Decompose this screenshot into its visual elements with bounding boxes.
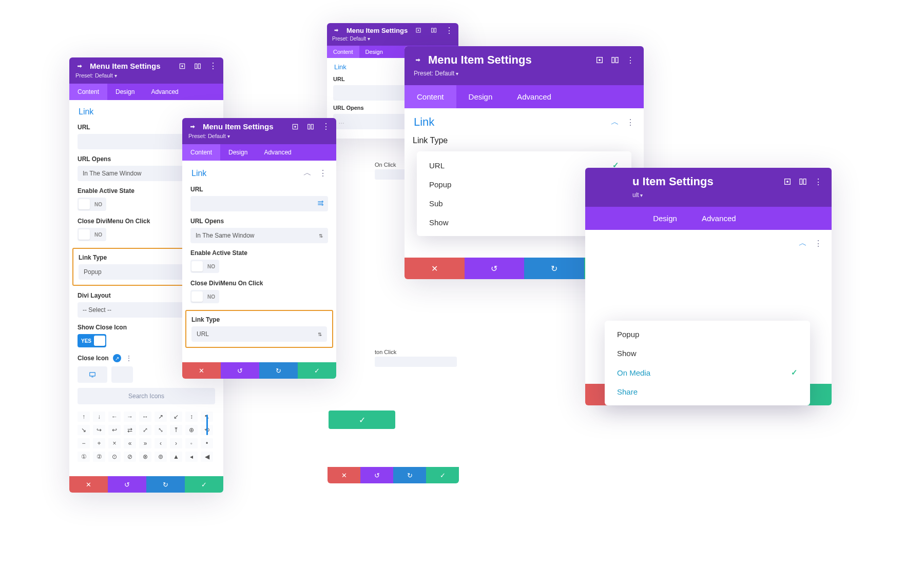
redo-button[interactable]: ↻: [259, 362, 298, 379]
icon-option[interactable]: ⊘: [124, 452, 136, 462]
save-button[interactable]: ✓: [426, 467, 459, 483]
undo-button[interactable]: ↺: [360, 467, 393, 483]
kebab-icon[interactable]: ⋮: [626, 56, 634, 64]
icon-option[interactable]: ⊙: [108, 452, 121, 462]
tab-advanced[interactable]: Advanced: [689, 207, 748, 230]
tab-design[interactable]: Design: [359, 46, 389, 58]
columns-icon[interactable]: [799, 178, 807, 186]
icon-alt-preview[interactable]: [111, 366, 133, 383]
expand-icon[interactable]: [414, 26, 422, 34]
icon-option[interactable]: ⤡: [155, 425, 167, 435]
icon-option[interactable]: ⊚: [155, 452, 167, 462]
redo-button[interactable]: ↻: [146, 476, 185, 493]
search-icons-input[interactable]: Search Icons: [78, 388, 215, 404]
dropdown-option[interactable]: Share: [605, 382, 810, 401]
icon-option[interactable]: ②: [93, 452, 105, 462]
icon-grid[interactable]: ↑↓←→↔↗↙↕↖↘↪↩⇄⤢⤡⤒⊕⟲−+×«»‹›◦•①②⊙⊘⊗⊚▲◂◀: [78, 412, 215, 462]
tab-advanced[interactable]: Advanced: [505, 85, 564, 108]
tab-content[interactable]: Content: [327, 46, 359, 58]
save-button[interactable]: ✓: [298, 362, 336, 379]
tab-content[interactable]: Content: [405, 85, 456, 108]
icon-option[interactable]: ↙: [170, 412, 182, 422]
tab-content[interactable]: Content: [182, 144, 220, 161]
tab-advanced[interactable]: Advanced: [256, 144, 299, 161]
icon-option[interactable]: •: [201, 438, 213, 448]
chevron-up-icon[interactable]: ︿: [303, 168, 312, 179]
icon-option[interactable]: ↕: [185, 412, 198, 422]
columns-icon[interactable]: [430, 26, 438, 34]
expand-icon[interactable]: [783, 178, 792, 186]
icon-option[interactable]: ▲: [170, 452, 182, 462]
preset-selector[interactable]: Preset: Default: [414, 70, 634, 77]
chevron-up-icon[interactable]: ︿: [611, 117, 619, 128]
tab-design[interactable]: Design: [220, 144, 256, 161]
kebab-icon[interactable]: ⋮: [322, 123, 330, 131]
icon-option[interactable]: ↓: [93, 412, 105, 422]
cancel-button[interactable]: ✕: [182, 362, 221, 379]
redo-button[interactable]: ↻: [524, 258, 584, 279]
dropdown-option[interactable]: Show: [605, 344, 810, 363]
tab-design[interactable]: Design: [107, 84, 143, 100]
url-input[interactable]: [190, 196, 328, 211]
expand-icon[interactable]: [178, 62, 186, 70]
tab-design[interactable]: Design: [456, 85, 505, 108]
enable-active-state-toggle[interactable]: NO: [78, 198, 106, 211]
icon-option[interactable]: ›: [170, 438, 182, 448]
preset-selector[interactable]: Preset: Default: [332, 36, 453, 42]
expand-icon[interactable]: [291, 123, 299, 131]
close-icon-kebab[interactable]: ⋮: [125, 354, 132, 362]
icon-option[interactable]: ↘: [78, 425, 90, 435]
scrollbar-thumb[interactable]: [206, 415, 208, 435]
section-kebab-icon[interactable]: ⋮: [814, 239, 822, 248]
tab-advanced[interactable]: Advanced: [143, 84, 186, 100]
back-icon[interactable]: [414, 56, 422, 64]
close-divimenu-toggle[interactable]: NO: [190, 290, 219, 303]
icon-option[interactable]: ⤢: [139, 425, 151, 435]
section-kebab-icon[interactable]: ⋮: [319, 168, 327, 178]
icon-option[interactable]: ⇄: [124, 425, 136, 435]
icon-option[interactable]: ①: [78, 452, 90, 462]
undo-button[interactable]: ↺: [221, 362, 259, 379]
tab-content[interactable]: Content: [69, 84, 107, 100]
icon-option[interactable]: ↪: [93, 425, 105, 435]
expand-icon[interactable]: [595, 56, 604, 64]
icon-option[interactable]: ◦: [185, 438, 198, 448]
icon-option[interactable]: ⊕: [185, 425, 198, 435]
save-button[interactable]: ✓: [329, 410, 395, 429]
columns-icon[interactable]: [194, 62, 202, 70]
back-icon[interactable]: [188, 123, 197, 131]
icon-option[interactable]: «: [124, 438, 136, 448]
icon-option[interactable]: »: [139, 438, 151, 448]
save-button[interactable]: ✓: [185, 476, 223, 493]
chevron-up-icon[interactable]: ︿: [799, 238, 807, 249]
icon-option[interactable]: ←: [108, 412, 121, 422]
preset-selector[interactable]: ult: [594, 191, 822, 199]
icon-option[interactable]: ×: [108, 438, 121, 448]
dynamic-content-icon[interactable]: [317, 200, 324, 208]
icon-preview[interactable]: [78, 366, 107, 383]
icon-option[interactable]: ↑: [78, 412, 90, 422]
preset-selector[interactable]: Preset: Default: [75, 72, 217, 79]
tab-design[interactable]: Design: [641, 207, 689, 230]
cancel-button[interactable]: ✕: [405, 258, 465, 279]
show-close-icon-toggle[interactable]: YES: [78, 334, 106, 347]
link-type-select[interactable]: URL: [191, 326, 327, 342]
kebab-icon[interactable]: ⋮: [209, 62, 217, 70]
section-kebab-icon[interactable]: ⋮: [626, 118, 634, 127]
url-opens-select[interactable]: In The Same Window: [190, 228, 328, 243]
dropdown-option[interactable]: On Media✓: [605, 363, 810, 382]
undo-button[interactable]: ↺: [465, 258, 525, 279]
dropdown-option[interactable]: Popup: [605, 325, 810, 344]
undo-button[interactable]: ↺: [108, 476, 146, 493]
responsive-icon[interactable]: ↗: [113, 354, 121, 362]
icon-option[interactable]: ◂: [185, 452, 198, 462]
icon-option[interactable]: ⊗: [139, 452, 151, 462]
icon-option[interactable]: ⤒: [170, 425, 182, 435]
icon-option[interactable]: ‹: [155, 438, 167, 448]
cancel-button[interactable]: ✕: [69, 476, 108, 493]
icon-option[interactable]: ◀: [201, 452, 213, 462]
icon-option[interactable]: −: [78, 438, 90, 448]
back-icon[interactable]: [75, 62, 84, 70]
redo-button[interactable]: ↻: [393, 467, 426, 483]
kebab-icon[interactable]: ⋮: [814, 178, 822, 186]
